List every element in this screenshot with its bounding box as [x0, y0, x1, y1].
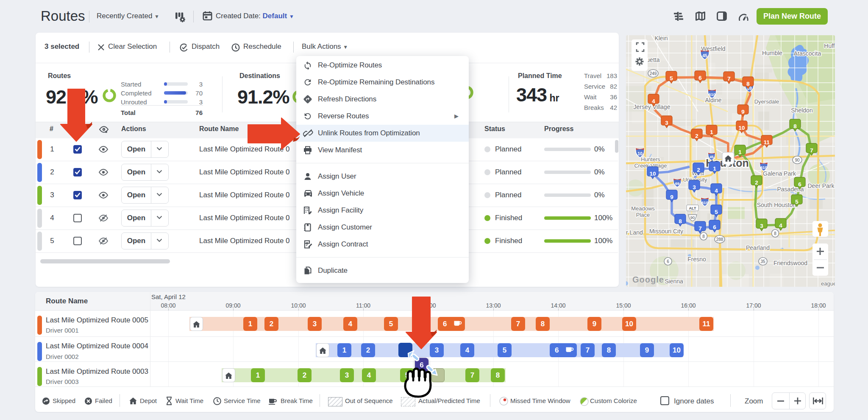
svg-text:6: 6	[420, 361, 423, 369]
